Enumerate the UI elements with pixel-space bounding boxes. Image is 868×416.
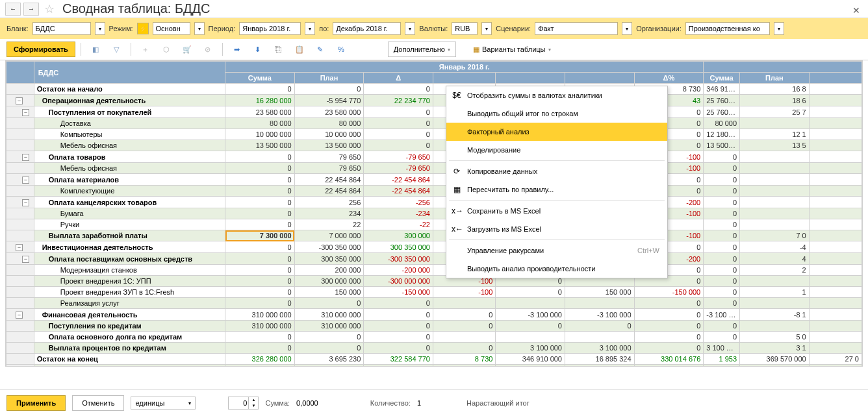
menu-item[interactable]: x→Сохранить в MS Excel — [446, 202, 667, 220]
row-label[interactable]: Выплата заработной платы — [34, 230, 225, 241]
data-cell[interactable]: 0 — [704, 219, 740, 230]
data-cell[interactable] — [809, 174, 862, 186]
data-cell[interactable]: 0 — [634, 343, 704, 354]
data-cell[interactable]: 3 100 000 — [704, 343, 740, 354]
data-cell[interactable]: 234 — [294, 208, 364, 219]
data-cell[interactable]: 23 580 000 — [294, 106, 364, 118]
row-label[interactable]: Модернизация станков — [34, 265, 225, 276]
data-cell[interactable] — [809, 321, 862, 332]
data-cell[interactable]: 0 — [704, 241, 740, 253]
nav-forward-button[interactable]: → — [23, 3, 39, 16]
data-cell[interactable] — [809, 95, 862, 106]
data-cell[interactable]: -234 — [364, 208, 433, 219]
data-cell[interactable]: -22 454 864 — [364, 186, 433, 197]
data-cell[interactable]: 0 — [225, 276, 295, 287]
data-cell[interactable]: 22 — [294, 219, 364, 230]
data-cell[interactable]: 300 350 000 — [294, 253, 364, 265]
data-cell[interactable]: 3 695 230 — [294, 354, 364, 365]
data-cell[interactable]: 7 0 — [740, 230, 810, 241]
data-cell[interactable]: 13 500 000 — [225, 140, 295, 151]
row-label[interactable]: Инвестиционная деятельность — [34, 241, 225, 253]
data-cell[interactable]: 25 7 — [740, 106, 810, 118]
data-cell[interactable]: -3 100 000 — [565, 309, 634, 321]
data-cell[interactable]: 0 — [364, 129, 433, 140]
data-cell[interactable]: 0 — [225, 197, 295, 208]
data-cell[interactable]: 0 — [225, 241, 295, 253]
data-cell[interactable]: 0 — [704, 230, 740, 241]
data-cell[interactable]: 0 — [364, 343, 433, 354]
data-cell[interactable]: 0 — [634, 321, 704, 332]
data-cell[interactable]: 0 — [364, 106, 433, 118]
data-cell[interactable]: 310 000 000 — [565, 365, 634, 367]
row-label[interactable]: Мебель офисная — [34, 163, 225, 174]
menu-item[interactable]: Выводить общий итог по строкам — [446, 104, 667, 123]
close-icon[interactable]: ✕ — [852, 5, 860, 16]
data-cell[interactable]: 3 100 000 — [565, 343, 634, 354]
row-label[interactable]: Компьютеры — [34, 129, 225, 140]
data-cell[interactable]: 310 000 000 — [294, 309, 364, 321]
arrow-down-blue-icon[interactable]: ⬇ — [249, 42, 267, 57]
mode-dropdown-button[interactable]: ▾ — [194, 22, 205, 35]
paste-icon[interactable]: 📋 — [290, 42, 309, 57]
menu-item[interactable]: ▦Пересчитать по правилу... — [446, 180, 667, 199]
blank-input[interactable] — [32, 22, 91, 35]
row-label[interactable]: Оплата материалов — [34, 174, 225, 186]
data-cell[interactable]: -150 000 — [364, 287, 433, 298]
data-cell[interactable] — [809, 265, 862, 276]
data-cell[interactable] — [809, 343, 862, 354]
tree-expander[interactable]: − — [22, 177, 29, 184]
data-cell[interactable] — [740, 197, 810, 208]
data-cell[interactable] — [809, 106, 862, 118]
data-cell[interactable]: 2 — [740, 265, 810, 276]
data-cell[interactable]: 0 — [704, 321, 740, 332]
data-cell[interactable]: 0 — [294, 84, 364, 95]
data-cell[interactable]: 80 000 — [225, 118, 295, 129]
tree-expander[interactable]: − — [16, 97, 23, 104]
data-cell[interactable] — [809, 197, 862, 208]
delete-icon[interactable]: ⊘ — [199, 42, 217, 57]
data-cell[interactable]: -256 — [364, 197, 433, 208]
data-cell[interactable]: 300 000 000 — [294, 276, 364, 287]
data-cell[interactable]: 0 — [704, 151, 740, 163]
data-cell[interactable]: 0 — [225, 332, 295, 343]
row-label[interactable]: Мебель офисная — [34, 140, 225, 151]
data-cell[interactable]: 150 000 — [565, 287, 634, 298]
row-label[interactable]: Операционная деятельность — [34, 95, 225, 106]
data-cell[interactable]: 0 — [634, 332, 704, 343]
menu-item[interactable]: Выводить анализ производительности — [446, 260, 667, 278]
data-cell[interactable] — [740, 174, 810, 186]
data-cell[interactable] — [809, 332, 862, 343]
data-cell[interactable]: 80 000 — [704, 118, 740, 129]
data-cell[interactable]: -300 000 000 — [364, 276, 433, 287]
data-cell[interactable]: 310 000 000 — [225, 365, 295, 367]
data-cell[interactable]: -79 650 — [364, 151, 433, 163]
menu-item[interactable]: ⟳Копирование данных — [446, 162, 667, 180]
currency-dropdown-button[interactable]: ▾ — [481, 22, 492, 35]
data-cell[interactable]: 0 — [225, 253, 295, 265]
data-cell[interactable]: 330 014 676 — [634, 354, 704, 365]
menu-item[interactable]: $€Отобразить суммы в валютах аналитики — [446, 86, 667, 104]
data-cell[interactable] — [809, 287, 862, 298]
data-cell[interactable]: 27 0 — [809, 354, 862, 365]
period-to-input[interactable] — [333, 22, 401, 35]
data-cell[interactable]: 0 — [225, 174, 295, 186]
data-cell[interactable]: 13 500 000 — [294, 140, 364, 151]
data-cell[interactable]: 12 180 000 — [704, 129, 740, 140]
data-cell[interactable] — [809, 84, 862, 95]
data-cell[interactable]: 0 — [704, 276, 740, 287]
favorite-star-icon[interactable]: ☆ — [44, 2, 55, 16]
data-cell[interactable]: 0 — [364, 365, 433, 367]
data-cell[interactable]: 0 — [433, 365, 495, 367]
data-cell[interactable]: 0 — [433, 309, 495, 321]
scenario-dropdown-button[interactable]: ▾ — [622, 22, 632, 35]
row-label[interactable]: Финансовая деятельность — [34, 309, 225, 321]
data-cell[interactable]: 3 100 000 — [496, 343, 565, 354]
tree-expander[interactable]: − — [16, 244, 23, 251]
data-cell[interactable]: 25 760 000 — [704, 106, 740, 118]
data-cell[interactable]: 310 000 000 — [496, 365, 565, 367]
data-cell[interactable]: 0 — [704, 332, 740, 343]
data-cell[interactable]: 0 — [225, 219, 295, 230]
data-cell[interactable]: 16 8 — [740, 84, 810, 95]
data-cell[interactable] — [809, 253, 862, 265]
data-cell[interactable]: 10 000 000 — [294, 129, 364, 140]
